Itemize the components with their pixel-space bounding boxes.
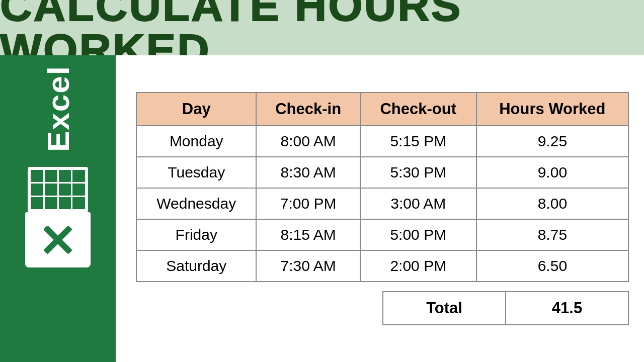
grid-cell	[59, 197, 71, 209]
cell-checkin-0: 8:00 AM	[256, 126, 360, 157]
excel-icon-container	[25, 167, 91, 267]
cell-hours-3: 8.75	[476, 219, 628, 250]
table-row: Saturday7:30 AM2:00 PM6.50	[136, 250, 628, 282]
table-header-row: Day Check-in Check-out Hours Worked	[136, 93, 628, 126]
total-table: Total 41.5	[382, 291, 629, 325]
spreadsheet-icon	[28, 167, 88, 212]
table-row: Tuesday8:30 AM5:30 PM9.00	[136, 157, 628, 188]
total-value: 41.5	[506, 292, 628, 325]
main-content: Excel	[0, 55, 644, 362]
total-label: Total	[383, 292, 506, 325]
grid-cell	[45, 184, 57, 196]
table-row: Monday8:00 AM5:15 PM9.25	[136, 126, 628, 157]
cell-checkin-1: 8:30 AM	[256, 157, 360, 188]
table-row: Wednesday7:00 PM3:00 AM8.00	[136, 188, 628, 219]
cell-hours-1: 9.00	[476, 157, 628, 188]
col-header-checkout: Check-out	[360, 93, 476, 126]
hours-table: Day Check-in Check-out Hours Worked Mond…	[136, 92, 629, 282]
cell-checkout-1: 5:30 PM	[360, 157, 476, 188]
grid-cell	[31, 184, 43, 196]
cell-checkin-4: 7:30 AM	[256, 250, 360, 282]
cell-checkout-3: 5:00 PM	[360, 219, 476, 250]
cell-hours-2: 8.00	[476, 188, 628, 219]
col-header-day: Day	[136, 93, 256, 126]
grid-cell	[59, 170, 71, 182]
cell-checkin-3: 8:15 AM	[256, 219, 360, 250]
grid-cell	[72, 170, 85, 182]
cell-day-3: Friday	[136, 219, 256, 250]
grid-cell	[45, 170, 57, 182]
cell-hours-4: 6.50	[476, 250, 628, 282]
total-row-wrapper: Total 41.5	[382, 291, 629, 325]
cell-day-4: Saturday	[136, 250, 256, 282]
table-row: Friday8:15 AM5:00 PM8.75	[136, 219, 628, 250]
sidebar: Excel	[0, 55, 116, 362]
cell-checkout-4: 2:00 PM	[360, 250, 476, 282]
col-header-checkin: Check-in	[256, 93, 360, 126]
tray-icon	[25, 212, 91, 267]
grid-cell	[45, 197, 57, 209]
cell-hours-0: 9.25	[476, 126, 628, 157]
x-mark-icon	[40, 225, 75, 255]
header-banner: CALCULATE HOURS WORKED	[0, 0, 644, 55]
grid-cell	[59, 184, 71, 196]
cell-day-0: Monday	[136, 126, 256, 157]
content-area: Day Check-in Check-out Hours Worked Mond…	[116, 55, 644, 362]
grid-cell	[72, 184, 85, 196]
cell-checkin-2: 7:00 PM	[256, 188, 360, 219]
grid-cell	[31, 170, 43, 182]
cell-day-2: Wednesday	[136, 188, 256, 219]
cell-checkout-2: 3:00 AM	[360, 188, 476, 219]
cell-checkout-0: 5:15 PM	[360, 126, 476, 157]
grid-cell	[31, 197, 43, 209]
col-header-hours: Hours Worked	[476, 93, 628, 126]
cell-day-1: Tuesday	[136, 157, 256, 188]
total-row: Total 41.5	[383, 292, 628, 325]
grid-cell	[72, 197, 85, 209]
brand-label: Excel	[40, 65, 76, 152]
